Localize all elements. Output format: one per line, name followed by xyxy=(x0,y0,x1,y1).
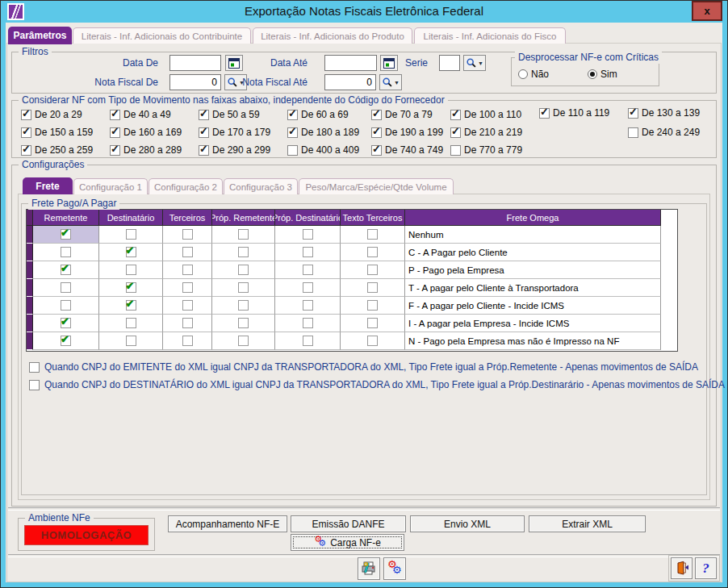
nf-ate-search-button[interactable]: ▼ xyxy=(379,74,402,90)
grid-checkbox[interactable] xyxy=(126,282,136,293)
row-indicator[interactable] xyxy=(27,261,33,279)
frete-omega-cell[interactable]: I - A pagar pela Empresa - Incide ICMS xyxy=(405,315,661,332)
range-checkbox[interactable] xyxy=(450,145,461,156)
grid-checkbox[interactable] xyxy=(126,265,136,275)
close-button[interactable]: x xyxy=(692,1,722,21)
grid-checkbox[interactable] xyxy=(182,318,193,328)
range-checkbox[interactable] xyxy=(199,110,209,120)
col-header-terceiros[interactable]: Terceiros xyxy=(163,210,212,226)
grid-cell[interactable] xyxy=(275,332,341,350)
grid-cell[interactable] xyxy=(341,332,405,350)
range-checkbox[interactable] xyxy=(371,127,382,138)
range-checkbox[interactable] xyxy=(21,127,31,138)
grid-checkbox[interactable] xyxy=(182,265,193,275)
grid-cell[interactable] xyxy=(163,226,212,244)
frete-omega-cell[interactable]: Nenhum xyxy=(405,226,661,244)
grid-checkbox[interactable] xyxy=(182,247,193,257)
grid-cell[interactable] xyxy=(212,315,275,332)
data-ate-input[interactable] xyxy=(324,55,377,71)
serie-input[interactable] xyxy=(439,55,460,71)
cnpj-emitente-checkbox[interactable] xyxy=(29,362,40,373)
cnpj-destinatario-checkbox[interactable] xyxy=(29,380,40,390)
tab-configuracao-1[interactable]: Configuração 1 xyxy=(73,178,148,194)
grid-cell[interactable] xyxy=(99,226,163,244)
grid-cell[interactable] xyxy=(33,297,99,315)
col-header-prop-remetente[interactable]: Próp. Remetente xyxy=(212,210,275,226)
grid-checkbox[interactable] xyxy=(367,247,378,257)
grid-checkbox[interactable] xyxy=(367,300,378,311)
range-checkbox[interactable] xyxy=(539,108,550,119)
tab-configuracao-3[interactable]: Configuração 3 xyxy=(224,178,298,194)
grid-checkbox[interactable] xyxy=(303,247,313,257)
tab-configuracao-2[interactable]: Configuração 2 xyxy=(149,178,223,194)
row-indicator[interactable] xyxy=(27,244,33,261)
tab-parametros[interactable]: Parâmetros xyxy=(8,27,72,44)
grid-cell[interactable] xyxy=(341,226,405,244)
grid-checkbox[interactable] xyxy=(61,229,71,240)
extrair-xml-button[interactable]: Extrair XML xyxy=(529,515,646,532)
grid-checkbox[interactable] xyxy=(238,282,249,293)
col-header-texto-terceiros[interactable]: Texto Terceiros xyxy=(341,210,405,226)
nf-ate-input[interactable]: 0 xyxy=(324,74,376,90)
range-checkbox[interactable] xyxy=(450,127,461,138)
grid-checkbox[interactable] xyxy=(126,229,136,240)
range-checkbox[interactable] xyxy=(371,110,382,120)
grid-checkbox[interactable] xyxy=(182,282,193,293)
acompanhamento-button[interactable]: Acompanhamento NF-E xyxy=(168,515,287,532)
tab-peso-marca-especie[interactable]: Peso/Marca/Espécie/Qtde Volume xyxy=(299,178,454,194)
cnpj-destinatario-option[interactable]: Quando CNPJ do DESTINATÁRIO do XML igual… xyxy=(29,379,725,390)
grid-checkbox[interactable] xyxy=(61,282,71,293)
grid-cell[interactable] xyxy=(341,261,405,279)
range-checkbox[interactable] xyxy=(287,145,298,156)
grid-cell[interactable] xyxy=(212,332,275,350)
help-button[interactable]: ? xyxy=(695,557,717,579)
grid-checkbox[interactable] xyxy=(182,336,193,346)
range-checkbox[interactable] xyxy=(110,145,120,156)
grid-cell[interactable] xyxy=(33,315,99,332)
grid-cell[interactable] xyxy=(275,279,341,297)
grid-cell[interactable] xyxy=(341,297,405,315)
grid-checkbox[interactable] xyxy=(182,229,193,240)
grid-checkbox[interactable] xyxy=(126,336,136,346)
grid-checkbox[interactable] xyxy=(303,282,313,293)
grid-cell[interactable] xyxy=(163,261,212,279)
grid-checkbox[interactable] xyxy=(367,318,378,328)
printer-settings-button[interactable] xyxy=(358,557,380,580)
grid-checkbox[interactable] xyxy=(61,318,71,328)
grid-cell[interactable] xyxy=(275,226,341,244)
desprocessar-option-sim[interactable]: Sim xyxy=(588,69,617,80)
grid-cell[interactable] xyxy=(275,297,341,315)
desprocessar-option-nao[interactable]: Não xyxy=(518,69,549,80)
radio-sim[interactable] xyxy=(588,69,597,79)
grid-cell[interactable] xyxy=(275,315,341,332)
tab-frete[interactable]: Frete xyxy=(23,177,73,194)
grid-checkbox[interactable] xyxy=(238,247,249,257)
radio-nao[interactable] xyxy=(518,69,528,79)
grid-cell[interactable] xyxy=(33,244,99,261)
exit-button[interactable] xyxy=(671,557,692,579)
tab-literais-produto[interactable]: Literais - Inf. Adicionais do Produto xyxy=(253,27,412,44)
grid-cell[interactable] xyxy=(33,226,99,244)
cnpj-emitente-option[interactable]: Quando CNPJ do EMITENTE do XML igual CNP… xyxy=(29,361,698,373)
grid-checkbox[interactable] xyxy=(61,247,71,257)
grid-checkbox[interactable] xyxy=(61,300,71,311)
grid-cell[interactable] xyxy=(341,279,405,297)
grid-cell[interactable] xyxy=(99,332,163,350)
grid-cell[interactable] xyxy=(212,244,275,261)
grid-cell[interactable] xyxy=(33,279,99,297)
grid-cell[interactable] xyxy=(163,244,212,261)
range-checkbox[interactable] xyxy=(628,127,638,138)
frete-omega-cell[interactable]: P - Pago pela Empresa xyxy=(405,261,661,279)
grid-cell[interactable] xyxy=(163,315,212,332)
grid-checkbox[interactable] xyxy=(238,300,249,311)
grid-checkbox[interactable] xyxy=(126,300,136,311)
range-checkbox[interactable] xyxy=(110,127,120,138)
grid-cell[interactable] xyxy=(33,332,99,350)
grid-cell[interactable] xyxy=(341,315,405,332)
grid-checkbox[interactable] xyxy=(367,336,378,346)
tab-literais-fisco[interactable]: Literais - Inf. Adicionais do Fisco xyxy=(414,27,566,44)
frete-omega-cell[interactable]: T - A pagar pelo Cliente à Transportador… xyxy=(405,279,661,297)
frete-omega-cell[interactable]: C - A Pagar pelo Cliente xyxy=(405,244,661,261)
grid-cell[interactable] xyxy=(163,297,212,315)
range-checkbox[interactable] xyxy=(287,127,298,138)
